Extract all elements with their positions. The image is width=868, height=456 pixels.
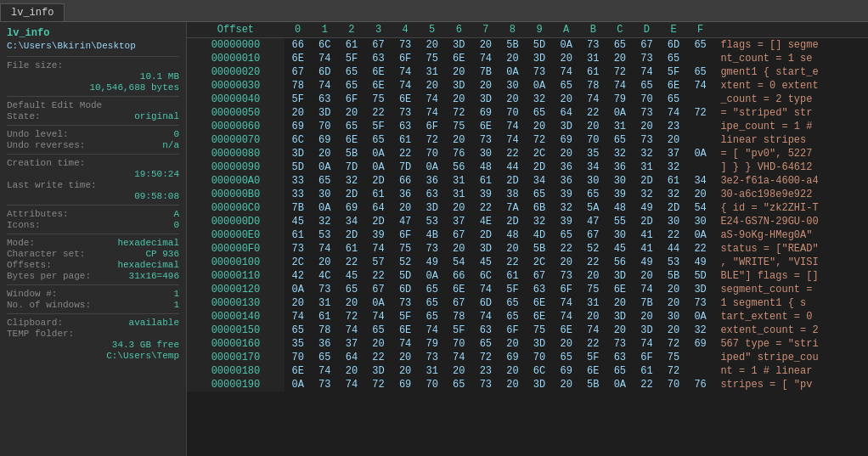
hex-byte[interactable]: 69 <box>338 201 365 215</box>
hex-byte[interactable]: 33 <box>285 174 312 188</box>
hex-byte[interactable]: 4E <box>472 215 499 228</box>
hex-byte[interactable]: 2D <box>365 215 392 228</box>
hex-byte[interactable]: 0A <box>419 160 446 174</box>
hex-byte[interactable]: 70 <box>285 351 312 364</box>
hex-byte[interactable]: 34 <box>579 160 606 174</box>
hex-byte[interactable]: 5F <box>579 351 606 364</box>
hex-byte[interactable]: 20 <box>579 269 606 283</box>
hex-byte[interactable]: 73 <box>392 296 419 310</box>
hex-byte[interactable]: 3D <box>606 269 634 283</box>
hex-byte[interactable]: 70 <box>499 106 527 120</box>
hex-byte[interactable]: 22 <box>579 106 606 120</box>
hex-byte[interactable]: 20 <box>445 242 472 256</box>
hex-byte[interactable]: 61 <box>472 174 499 188</box>
hex-byte[interactable]: 61 <box>579 65 606 79</box>
hex-byte[interactable]: 5B <box>579 378 606 391</box>
hex-byte[interactable]: 75 <box>526 324 553 337</box>
hex-byte[interactable]: 66 <box>392 174 419 188</box>
hex-byte[interactable]: 20 <box>392 201 419 215</box>
hex-byte[interactable]: 49 <box>687 256 714 269</box>
hex-byte[interactable]: 65 <box>338 283 365 296</box>
hex-byte[interactable]: 61 <box>634 364 661 378</box>
hex-byte[interactable]: 30 <box>312 188 339 201</box>
hex-byte[interactable]: 20 <box>312 256 339 269</box>
hex-byte[interactable]: 31 <box>445 174 472 188</box>
hex-byte[interactable]: 20 <box>392 364 419 378</box>
hex-byte[interactable]: 44 <box>660 242 687 256</box>
hex-byte[interactable]: 75 <box>660 351 687 364</box>
hex-byte[interactable]: 6E <box>392 93 419 106</box>
hex-byte[interactable]: 5F <box>338 52 365 65</box>
hex-byte[interactable]: 20 <box>660 133 687 147</box>
hex-byte[interactable]: 73 <box>687 296 714 310</box>
hex-byte[interactable]: 6D <box>472 296 499 310</box>
hex-byte[interactable]: 6E <box>285 52 312 65</box>
hex-byte[interactable]: 73 <box>472 133 499 147</box>
hex-byte[interactable]: 56 <box>445 160 472 174</box>
hex-area[interactable]: Offset 0 1 2 3 4 5 6 7 8 9 A B C D E F <box>187 22 868 456</box>
hex-byte[interactable]: 74 <box>392 65 419 79</box>
hex-byte[interactable]: 31 <box>419 364 446 378</box>
hex-byte[interactable]: 67 <box>445 296 472 310</box>
hex-byte[interactable]: 52 <box>392 256 419 269</box>
hex-byte[interactable]: 3D <box>285 147 312 160</box>
hex-byte[interactable]: 6E <box>365 79 392 93</box>
hex-byte[interactable]: 65 <box>687 65 714 79</box>
hex-byte[interactable]: 5B <box>526 242 553 256</box>
hex-byte[interactable]: 30 <box>660 215 687 228</box>
hex-byte[interactable]: 70 <box>660 378 687 391</box>
hex-byte[interactable]: 61 <box>312 310 339 324</box>
hex-byte[interactable]: 74 <box>634 283 661 296</box>
hex-byte[interactable]: 7A <box>499 201 527 215</box>
hex-byte[interactable]: 74 <box>472 310 499 324</box>
hex-byte[interactable]: 74 <box>392 337 419 351</box>
hex-byte[interactable]: 70 <box>312 120 339 133</box>
hex-byte[interactable]: 65 <box>472 337 499 351</box>
hex-byte[interactable]: 3D <box>526 337 553 351</box>
hex-byte[interactable]: 75 <box>419 52 446 65</box>
hex-byte[interactable]: 69 <box>687 337 714 351</box>
hex-byte[interactable]: 6E <box>285 364 312 378</box>
hex-byte[interactable]: 73 <box>634 133 661 147</box>
hex-byte[interactable]: 70 <box>419 147 446 160</box>
hex-byte[interactable]: 20 <box>472 79 499 93</box>
hex-byte[interactable]: 20 <box>472 38 499 53</box>
hex-byte[interactable]: 20 <box>660 296 687 310</box>
hex-byte[interactable]: 79 <box>606 93 634 106</box>
hex-byte[interactable]: 23 <box>660 120 687 133</box>
hex-byte[interactable]: 20 <box>634 269 661 283</box>
hex-byte[interactable]: 6E <box>579 364 606 378</box>
hex-byte[interactable]: 78 <box>579 79 606 93</box>
hex-byte[interactable]: 0A <box>365 147 392 160</box>
hex-byte[interactable]: 45 <box>285 215 312 228</box>
hex-byte[interactable]: 7D <box>392 160 419 174</box>
hex-byte[interactable]: 20 <box>660 283 687 296</box>
hex-byte[interactable]: 65 <box>579 188 606 201</box>
hex-byte[interactable]: 65 <box>526 188 553 201</box>
hex-byte[interactable]: 22 <box>392 147 419 160</box>
hex-byte[interactable]: 20 <box>553 93 580 106</box>
hex-byte[interactable]: 54 <box>445 256 472 269</box>
hex-byte[interactable]: 61 <box>285 228 312 242</box>
hex-byte[interactable]: 36 <box>553 160 580 174</box>
hex-byte[interactable]: 6F <box>553 283 580 296</box>
hex-byte[interactable]: 70 <box>634 93 661 106</box>
hex-byte[interactable]: 47 <box>392 215 419 228</box>
hex-byte[interactable]: 0A <box>312 201 339 215</box>
hex-byte[interactable]: 74 <box>312 242 339 256</box>
hex-byte[interactable]: 37 <box>660 147 687 160</box>
hex-byte[interactable]: 65 <box>419 283 446 296</box>
hex-byte[interactable]: 6E <box>606 283 634 296</box>
hex-byte[interactable]: 6C <box>526 364 553 378</box>
hex-byte[interactable]: 34 <box>687 174 714 188</box>
hex-byte[interactable]: 73 <box>553 269 580 283</box>
hex-byte[interactable]: 6F <box>419 120 446 133</box>
hex-byte[interactable]: 22 <box>365 106 392 120</box>
hex-byte[interactable]: 0A <box>365 296 392 310</box>
hex-byte[interactable]: 0A <box>526 79 553 93</box>
hex-byte[interactable]: 5D <box>687 269 714 283</box>
hex-byte[interactable]: 2D <box>338 228 365 242</box>
hex-byte[interactable]: 22 <box>634 378 661 391</box>
hex-byte[interactable]: 44 <box>499 160 527 174</box>
hex-byte[interactable]: 65 <box>606 38 634 53</box>
